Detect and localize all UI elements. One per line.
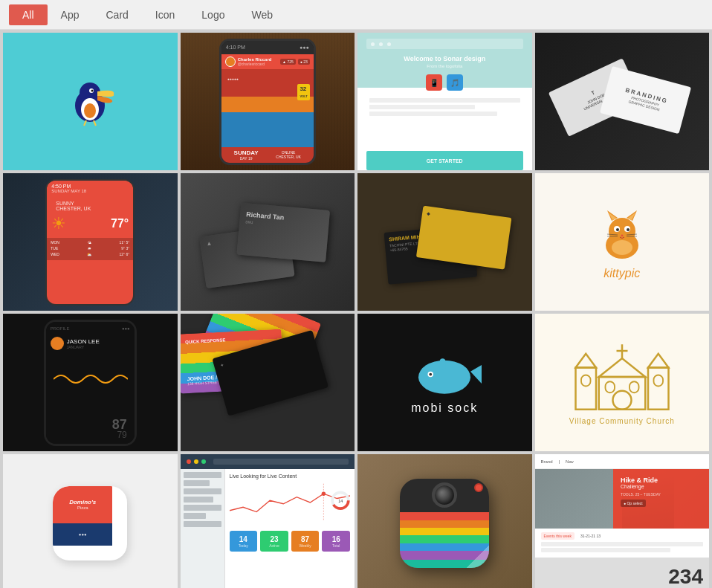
church-preview: Village Community Church <box>535 314 710 451</box>
svg-point-3 <box>91 89 94 91</box>
svg-line-6 <box>84 120 86 126</box>
camera-preview <box>357 454 532 588</box>
shiram-preview: SHIRAM MIHAN TACHINI PTE LTD +65-84765 ◆ <box>357 173 532 311</box>
gallery-item-website2[interactable]: Brand | Nav Hike & Ride Challenge TOOLS.… <box>535 454 710 588</box>
gallery-item-biz-dark[interactable]: T JOHN DOEUNIVERSAL SIGN BRANDING PHOTOG… <box>535 33 710 170</box>
filter-tab-web[interactable]: Web <box>238 4 286 25</box>
svg-rect-26 <box>440 358 446 369</box>
svg-point-28 <box>430 373 433 376</box>
w2-nav-link1: | <box>559 459 560 464</box>
svg-marker-30 <box>599 358 646 377</box>
svg-point-16 <box>616 228 619 231</box>
kittypic-cat-svg <box>592 204 652 264</box>
svg-text:14: 14 <box>338 499 343 503</box>
phone-mockup: 4:10 PM ●●● Charles Riccard @charlesricc… <box>219 39 316 165</box>
gallery-item-toucan[interactable] <box>3 33 178 170</box>
gallery-item-richard-tan[interactable]: ▲ Richard Tan DMJ <box>181 173 355 311</box>
dominos-preview: Domino's Pizza ●●● <box>3 454 178 588</box>
svg-point-5 <box>84 103 96 118</box>
richard-tan-preview: ▲ Richard Tan DMJ <box>181 173 355 311</box>
w2-nav-logo: Brand <box>541 459 553 464</box>
svg-rect-33 <box>612 391 631 410</box>
web-teal-preview: Welcome to Sonar design From the logofol… <box>357 33 532 170</box>
church-logo-svg <box>566 340 678 414</box>
kittypic-preview: kittypic <box>535 173 710 311</box>
filter-tab-app[interactable]: App <box>48 4 93 25</box>
gallery-grid: 4:10 PM ●●● Charles Riccard @charlesricc… <box>0 30 712 588</box>
gallery-item-weather[interactable]: 4:50 PM SUNDAY MAY 18 SUNNYCHESTER, UK ☀… <box>3 173 178 311</box>
filter-tab-card[interactable]: Card <box>92 4 141 25</box>
gallery-item-kittypic[interactable]: kittypic <box>535 173 710 311</box>
svg-rect-29 <box>599 377 646 410</box>
filter-tab-icon[interactable]: Icon <box>142 4 188 25</box>
dashboard-preview: Live Looking for Live Content 14 <box>181 454 355 588</box>
filter-tab-all[interactable]: All <box>9 4 48 25</box>
svg-rect-34 <box>575 368 596 410</box>
mobisock-preview: mobi sock <box>357 314 532 451</box>
dominos-icon-container: Domino's Pizza ●●● <box>53 486 127 560</box>
camera-icon-wrapper <box>400 479 489 568</box>
gallery-item-shiram[interactable]: SHIRAM MIHAN TACHINI PTE LTD +65-84765 ◆ <box>357 173 532 311</box>
mobisock-brand: mobi sock <box>411 401 478 415</box>
phone-map-bg: 4:10 PM ●●● Charles Riccard @charlesricc… <box>181 33 355 170</box>
gallery-item-camera[interactable] <box>357 454 532 588</box>
gallery-item-phone-map[interactable]: 4:10 PM ●●● Charles Riccard @charlesricc… <box>181 33 355 170</box>
gallery-item-church[interactable]: Village Community Church <box>535 314 710 451</box>
gallery-item-mobisock[interactable]: mobi sock <box>357 314 532 451</box>
colorful-cards-preview: QUICK RESPONSE JOHN DOE / ART DIRECTOR 1… <box>181 314 355 451</box>
filter-bar: All App Card Icon Logo Web <box>0 0 712 30</box>
pp-phone-device: PROFILE ●●● JASON LEE JANUARY <box>44 320 137 446</box>
gallery-item-profile-phone[interactable]: PROFILE ●●● JASON LEE JANUARY <box>3 314 178 451</box>
svg-rect-40 <box>605 381 615 392</box>
filter-tab-logo[interactable]: Logo <box>188 4 238 25</box>
w2-nav-link2: Nav <box>566 459 574 464</box>
mobisock-logo-svg <box>407 350 482 398</box>
church-label: Village Community Church <box>569 417 675 425</box>
profile-phone-preview: PROFILE ●●● JASON LEE JANUARY <box>3 314 178 451</box>
svg-marker-35 <box>575 354 596 368</box>
weather-app-preview: 4:50 PM SUNDAY MAY 18 SUNNYCHESTER, UK ☀… <box>3 173 178 311</box>
website2-preview: Brand | Nav Hike & Ride Challenge TOOLS.… <box>535 454 710 588</box>
svg-marker-37 <box>648 354 669 368</box>
svg-rect-36 <box>648 368 669 410</box>
kittypic-label: kittypic <box>603 267 640 280</box>
svg-point-23 <box>612 240 632 255</box>
weather-phone: 4:50 PM SUNDAY MAY 18 SUNNYCHESTER, UK ☀… <box>45 179 135 306</box>
svg-rect-41 <box>630 381 639 392</box>
svg-point-17 <box>627 228 630 231</box>
gallery-item-web-teal[interactable]: Welcome to Sonar design From the logofol… <box>357 33 532 170</box>
svg-rect-39 <box>653 375 663 387</box>
svg-marker-25 <box>470 365 482 384</box>
svg-rect-38 <box>581 375 591 387</box>
gallery-item-colorful-cards[interactable]: QUICK RESPONSE JOHN DOE / ART DIRECTOR 1… <box>181 314 355 451</box>
rc-card-front: Richard Tan DMJ <box>236 202 330 262</box>
svg-line-7 <box>94 120 96 126</box>
gallery-item-dominos[interactable]: Domino's Pizza ●●● <box>3 454 178 588</box>
toucan-illustration <box>60 72 120 132</box>
website2-stat-number: 234 <box>668 565 703 588</box>
biz-cards-preview: T JOHN DOEUNIVERSAL SIGN BRANDING PHOTOG… <box>535 33 710 170</box>
gallery-item-dashboard[interactable]: Live Looking for Live Content 14 <box>181 454 355 588</box>
